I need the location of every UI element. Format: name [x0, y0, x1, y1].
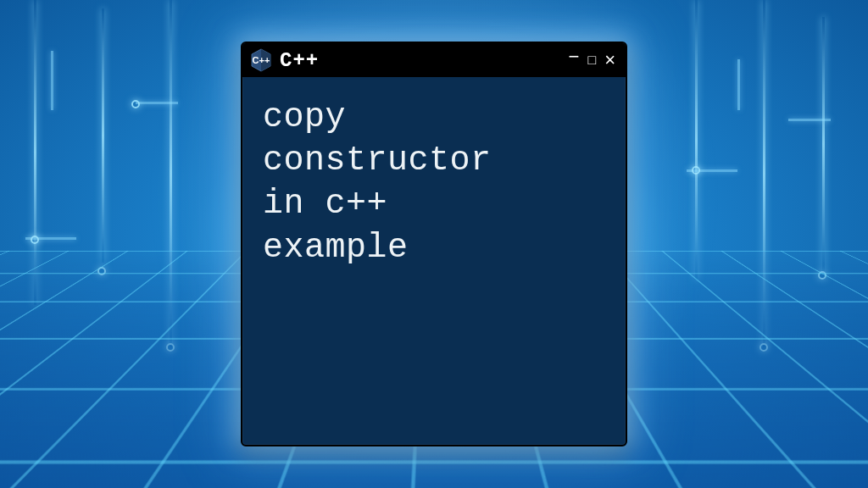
- cpp-icon: C++: [251, 48, 271, 72]
- window-controls: − □ ×: [567, 51, 617, 69]
- terminal-window: C++ C++ − □ × copy constructor in c++ ex…: [241, 42, 627, 446]
- window-title: C++: [280, 49, 559, 72]
- minimize-button[interactable]: −: [567, 47, 581, 66]
- titlebar[interactable]: C++ C++ − □ ×: [242, 43, 626, 77]
- svg-text:C++: C++: [253, 55, 270, 65]
- maximize-button[interactable]: □: [586, 53, 598, 67]
- close-button[interactable]: ×: [603, 51, 617, 69]
- terminal-body: copy constructor in c++ example: [242, 77, 626, 445]
